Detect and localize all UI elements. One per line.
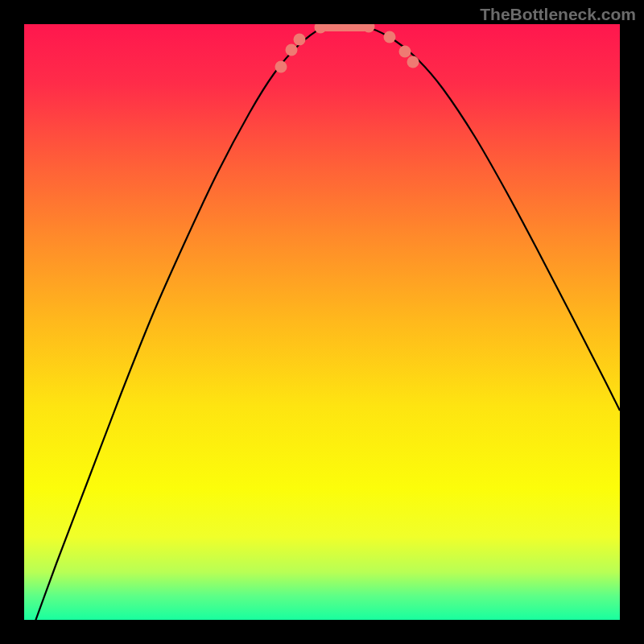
chart-svg xyxy=(24,24,620,620)
chart-frame: TheBottleneck.com xyxy=(0,0,644,644)
curve-marker xyxy=(286,44,298,56)
curve-marker xyxy=(399,46,411,58)
curve-marker xyxy=(294,34,306,46)
curve-markers xyxy=(275,24,419,73)
bottleneck-curve xyxy=(24,24,620,620)
curve-marker xyxy=(275,61,287,73)
curve-marker xyxy=(407,56,419,68)
watermark-text: TheBottleneck.com xyxy=(480,5,636,24)
curve-marker xyxy=(384,31,396,43)
plot-area xyxy=(24,24,620,620)
